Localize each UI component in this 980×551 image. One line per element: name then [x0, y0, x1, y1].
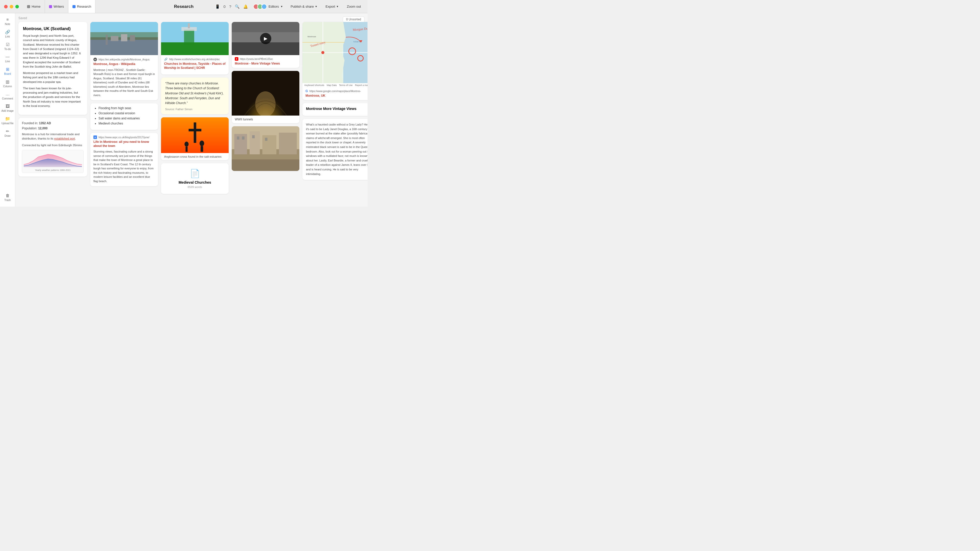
google-maps-source: G https://www.google.com/maps/place/Mont…: [302, 87, 368, 94]
youtube-source: ▶ https://youtu.be/xPfBmfJJ5oc: [232, 55, 299, 62]
cross-label: Anglosaxon cross found in the salt estua…: [161, 153, 229, 160]
column-4: ▶ ▶ https://youtu.be/xPfBmfJJ5oc Montros…: [232, 22, 299, 194]
column-5: Montrose N Esk Rd Morgan Dunn Tunnel ent…: [302, 22, 368, 194]
svg-rect-35: [252, 135, 255, 138]
svg-rect-10: [161, 42, 229, 55]
established-port-link[interactable]: established port: [54, 137, 75, 140]
weather-chart: Yearly weather patterns 1986-2021: [22, 150, 84, 173]
svg-rect-5: [106, 35, 108, 45]
wikipedia-source: W https://en.wikipedia.org/wiki/Montrose…: [94, 58, 155, 61]
editor-avatars: [253, 4, 267, 10]
svg-rect-20: [200, 146, 203, 152]
wikipedia-url: https://en.wikipedia.org/wiki/Montrose_A…: [99, 58, 150, 61]
zoom-label: Zoom out: [347, 5, 361, 8]
main-layout: ≡ Note 🔗 Link ☑ To-do — Line ⊞ Board ▥ C…: [0, 13, 368, 206]
list-item: Salt water dams and estuaries: [99, 117, 154, 120]
titlebar-actions: 📱 0 ? 🔍 🔔 Editors ▼ Publish & share ▼ Ex…: [215, 3, 363, 11]
search-icon[interactable]: 🔍: [235, 4, 240, 9]
aspc-desc: Stunning views, fascinating culture and …: [94, 149, 155, 183]
line-icon: —: [6, 55, 10, 59]
map-body[interactable]: Montrose N Esk Rd Morgan Dunn Tunnel ent…: [302, 22, 368, 83]
rail-text: Connected by light rail from Edinburgh 3…: [22, 143, 84, 148]
titlebar-icons: 📱 0 ? 🔍 🔔: [215, 4, 248, 9]
tab-research[interactable]: Research: [68, 0, 96, 13]
population-label: Population:: [22, 127, 37, 130]
image-icon: 🖼: [6, 104, 10, 109]
ghost-text: What's a haunted castle without a Grey L…: [306, 122, 368, 176]
sidebar-item-link[interactable]: 🔗 Link: [0, 27, 15, 40]
publish-chevron-icon: ▼: [315, 5, 318, 8]
sidebar-item-board[interactable]: ⊞ Board: [0, 65, 15, 77]
churches-link[interactable]: Churches in Montrose, Tayside - Places o…: [164, 62, 226, 70]
sidebar-item-add-image[interactable]: 🖼 Add image: [0, 102, 15, 114]
sidebar-item-todo[interactable]: ☑ To-do: [0, 40, 15, 52]
tab-writers-label: Writers: [54, 5, 64, 8]
svg-point-45: [321, 51, 325, 54]
notification-count: 0: [224, 4, 226, 9]
close-button[interactable]: [4, 5, 8, 8]
play-button[interactable]: ▶: [260, 33, 271, 44]
word-count: 8599 words: [188, 186, 202, 189]
vintage-street-image: [232, 126, 299, 171]
wikipedia-icon: W: [94, 58, 97, 61]
map-data: Map Data: [327, 84, 337, 86]
minimize-button[interactable]: [10, 5, 13, 8]
keyboard-shortcuts: Keyboard shortcuts: [304, 84, 325, 86]
svg-rect-11: [184, 30, 194, 45]
aerial-image: [90, 22, 158, 55]
youtube-card: ▶ ▶ https://youtu.be/xPfBmfJJ5oc Montros…: [232, 22, 299, 68]
sidebar-item-label-column: Column: [3, 85, 12, 88]
list-item: Medievil churches: [99, 122, 154, 125]
device-icon: 📱: [215, 4, 220, 9]
editors-chevron-icon: ▼: [280, 5, 283, 8]
wikipedia-link[interactable]: Montrose, Angus - Wikipedia: [94, 62, 155, 66]
sidebar-item-upload-file[interactable]: 📁 Upload file: [0, 114, 15, 127]
cards-grid: Montrose, UK (Scotland) Royal burgh (tow…: [18, 22, 364, 194]
editors-button[interactable]: Editors ▼: [251, 3, 285, 11]
sidebar-item-line[interactable]: — Line: [0, 52, 15, 65]
medieval-card[interactable]: 📄 Medieval Churches 8599 words: [161, 163, 229, 194]
youtube-thumbnail: ▶: [232, 22, 299, 55]
sidebar-item-note[interactable]: ≡ Note: [0, 15, 15, 27]
montrose-uk-link[interactable]: Montrose, UK: [302, 94, 368, 100]
quote-source: Source: Father Simon: [165, 108, 224, 111]
sidebar-item-comment[interactable]: … Comment: [0, 90, 15, 102]
tab-writers[interactable]: Writers: [45, 0, 68, 13]
sidebar-item-label-todo: To-do: [4, 48, 11, 51]
fullscreen-button[interactable]: [15, 5, 19, 8]
note-icon: ≡: [6, 17, 9, 22]
sidebar-item-draw[interactable]: ✏ Draw: [0, 127, 15, 139]
link-icon: 🔗: [164, 58, 168, 61]
montrose-para3: The town has been known for its jute-pro…: [23, 86, 83, 108]
sidebar-item-label-upload: Upload file: [2, 122, 14, 125]
founded-row: Founded in: 1352 AD: [22, 121, 84, 125]
aspc-link[interactable]: Life in Montrose: all you need to know a…: [94, 140, 155, 148]
sidebar-item-label-link: Link: [5, 35, 10, 38]
tunnel-label: WWII tunnels: [232, 116, 299, 123]
sidebar-item-trash[interactable]: 🗑 Trash: [0, 191, 15, 203]
svg-rect-34: [242, 137, 245, 140]
zoom-button[interactable]: Zoom out: [344, 3, 363, 10]
report-error[interactable]: Report a map error: [355, 84, 368, 86]
google-maps-url: https://www.google.com/maps/place/Montro…: [309, 90, 361, 93]
sidebar-item-label-line: Line: [5, 60, 10, 63]
youtube-link[interactable]: Montrose - More Vintage Views: [232, 62, 299, 68]
montrose-more-title: Montrose More Vintage Views: [306, 106, 368, 111]
churches-url: http://www.scottishchurches.org.uk/sites…: [169, 58, 220, 61]
column-2: W https://en.wikipedia.org/wiki/Montrose…: [90, 22, 158, 194]
tunnel-image: [232, 71, 299, 116]
sidebar-item-column[interactable]: ▥ Column: [0, 77, 15, 90]
tab-research-label: Research: [77, 5, 91, 8]
montrose-more-card: Montrose More Vintage Views: [302, 103, 368, 116]
help-icon[interactable]: ?: [229, 4, 231, 9]
map-card: Montrose N Esk Rd Morgan Dunn Tunnel ent…: [302, 22, 368, 100]
svg-rect-37: [232, 159, 299, 171]
bell-icon[interactable]: 🔔: [243, 4, 248, 9]
tunnel-card: WWII tunnels: [232, 71, 299, 123]
export-button[interactable]: Export ▼: [323, 3, 341, 10]
upload-icon: 📁: [5, 116, 10, 121]
svg-rect-15: [194, 122, 196, 143]
svg-rect-7: [121, 34, 127, 41]
publish-share-button[interactable]: Publish & share ▼: [288, 3, 320, 10]
tab-home[interactable]: Home: [23, 0, 45, 13]
